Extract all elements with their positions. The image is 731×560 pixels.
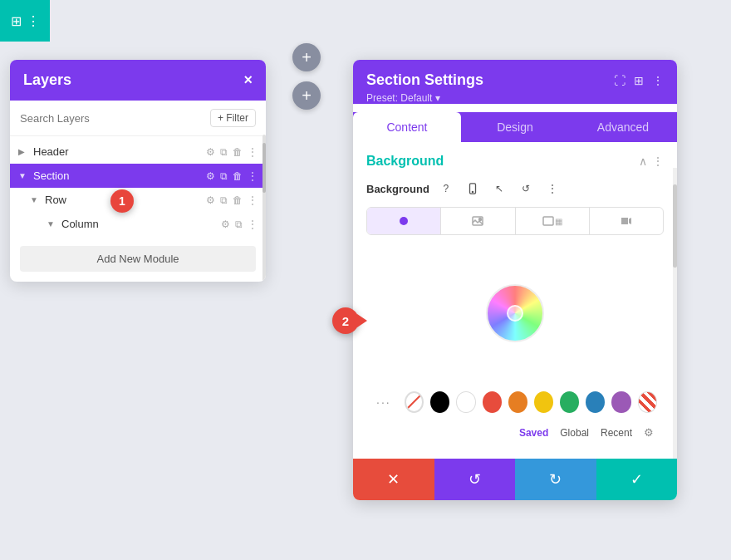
layer-items-list: ▶ Header ⚙ ⧉ 🗑 ⋮ ▼ Section ⚙ ⧉ 🗑 ⋮ ▼ Row [10,136,266,239]
settings-icon-section[interactable]: ⚙ [206,170,215,182]
layers-search-input[interactable] [20,112,204,125]
background-more-icon[interactable]: ⋮ [652,155,664,168]
svg-rect-5 [543,217,553,225]
layers-panel: Layers × + Filter ▶ Header ⚙ ⧉ 🗑 ⋮ ▼ Sec… [10,60,266,282]
settings-body: Background ∧ ⋮ Background ? ↖ ↺ ⋮ [353,142,677,459]
layers-panel-header: Layers × [10,60,266,101]
copy-icon-section[interactable]: ⧉ [220,170,228,182]
more-icon[interactable]: ⋮ [27,13,40,29]
more-icon-column[interactable]: ⋮ [248,219,258,230]
white-swatch[interactable] [456,391,475,413]
split-view-icon[interactable]: ⊞ [634,74,644,87]
tab-content[interactable]: Content [353,112,461,142]
bg-tab-video[interactable] [590,208,663,234]
confirm-button[interactable]: ✓ [596,459,678,500]
more-icon-section[interactable]: ⋮ [248,170,258,182]
more-icon-row[interactable]: ⋮ [248,194,258,206]
transparent-swatch[interactable] [405,391,424,413]
background-section-title: Background [366,154,444,169]
layer-item-header[interactable]: ▶ Header ⚙ ⧉ 🗑 ⋮ [10,140,266,164]
settings-scrollbar-thumb [673,184,677,268]
collapse-up-icon[interactable]: ∧ [639,155,647,168]
svg-point-4 [479,219,482,221]
layer-toggle-section: ▼ [18,171,30,180]
bg-undo-icon[interactable]: ↺ [516,179,536,199]
saved-action[interactable]: Saved [519,427,548,439]
black-swatch[interactable] [430,391,449,413]
yellow-swatch[interactable] [534,391,553,413]
settings-icon-row[interactable]: ⚙ [206,194,215,206]
color-wheel[interactable] [486,284,544,342]
layers-search-bar: + Filter [10,101,266,136]
tab-design[interactable]: Design [461,112,569,142]
step-badge-2: 2 [332,307,359,334]
layer-toggle-row: ▼ [30,195,42,204]
red-swatch[interactable] [483,391,502,413]
blue-swatch[interactable] [586,391,605,413]
layer-actions-header: ⚙ ⧉ 🗑 ⋮ [206,146,258,158]
layer-name-header: Header [33,145,206,158]
settings-title-row: Section Settings ⛶ ⊞ ⋮ [366,71,664,89]
add-section-button-2[interactable]: + [292,81,321,110]
color-picker-area[interactable] [366,247,664,380]
settings-tabs: Content Design Advanced [353,112,677,142]
settings-panel-title: Section Settings [366,71,483,89]
bg-cursor-icon[interactable]: ↖ [489,179,509,199]
layer-actions-column: ⚙ ⧉ ⋮ [221,219,258,230]
more-icon-header[interactable]: ⋮ [248,146,258,158]
settings-panel: Section Settings ⛶ ⊞ ⋮ Preset: Default ▾… [353,60,677,500]
redo-button[interactable]: ↻ [515,459,596,500]
delete-icon-section[interactable]: 🗑 [233,170,243,182]
layer-item-row[interactable]: ▼ Row ⚙ ⧉ 🗑 ⋮ [10,188,266,212]
svg-point-1 [472,191,473,192]
layer-actions-row: ⚙ ⧉ 🗑 ⋮ [206,194,258,206]
layer-toggle-header: ▶ [18,147,30,156]
layer-actions-section: ⚙ ⧉ 🗑 ⋮ [206,170,258,182]
background-label: Background [366,183,429,195]
cancel-button[interactable]: ✕ [353,459,434,500]
settings-icon-header[interactable]: ⚙ [206,146,215,158]
layers-scrollbar-thumb [262,143,266,193]
global-action[interactable]: Global [560,427,589,439]
settings-header: Section Settings ⛶ ⊞ ⋮ Preset: Default ▾ [353,60,677,104]
background-label-row: Background ? ↖ ↺ ⋮ [366,179,664,199]
bg-more-icon[interactable]: ⋮ [542,179,562,199]
bg-tab-color[interactable] [367,208,441,234]
delete-icon-header[interactable]: 🗑 [233,146,243,158]
undo-button[interactable]: ↺ [434,459,516,500]
layers-close-button[interactable]: × [243,71,253,89]
recent-action[interactable]: Recent [601,427,632,439]
bg-help-icon[interactable]: ? [436,179,456,199]
layer-item-section[interactable]: ▼ Section ⚙ ⧉ 🗑 ⋮ [10,164,266,188]
settings-preset[interactable]: Preset: Default ▾ [366,92,664,104]
bg-tab-image[interactable] [441,208,515,234]
delete-icon-row[interactable]: 🗑 [233,194,243,206]
layer-item-column[interactable]: ▼ Column ⚙ ⧉ ⋮ [10,212,266,236]
copy-icon-column[interactable]: ⧉ [235,219,243,230]
fullscreen-icon[interactable]: ⛶ [614,74,626,87]
bg-tab-gradient[interactable]: ▦ [516,208,590,234]
settings-scrollbar[interactable] [673,168,677,459]
tab-advanced[interactable]: Advanced [569,112,677,142]
settings-icon-column[interactable]: ⚙ [221,219,230,230]
layers-filter-button[interactable]: + Filter [210,109,256,127]
add-section-button-1[interactable]: + [292,43,321,71]
copy-icon-row[interactable]: ⧉ [220,194,228,206]
bg-mobile-icon[interactable] [463,179,483,199]
grid-icon: ⊞ [11,13,22,29]
copy-icon-header[interactable]: ⧉ [220,146,228,158]
green-swatch[interactable] [560,391,579,413]
more-swatches-dots[interactable]: ··· [376,395,391,409]
swatch-actions-row: Saved Global Recent ⚙ [366,423,664,447]
layers-panel-title: Layers [23,71,71,89]
striped-swatch[interactable] [638,391,657,413]
settings-more-icon[interactable]: ⋮ [652,74,664,87]
layer-name-column: Column [61,218,221,230]
background-collapse-icons: ∧ ⋮ [639,155,664,168]
swatch-settings-icon[interactable]: ⚙ [644,426,654,439]
svg-point-2 [400,217,408,225]
layers-scrollbar[interactable] [262,135,266,282]
purple-swatch[interactable] [611,391,630,413]
add-new-module-button[interactable]: Add New Module [20,246,256,272]
orange-swatch[interactable] [508,391,527,413]
